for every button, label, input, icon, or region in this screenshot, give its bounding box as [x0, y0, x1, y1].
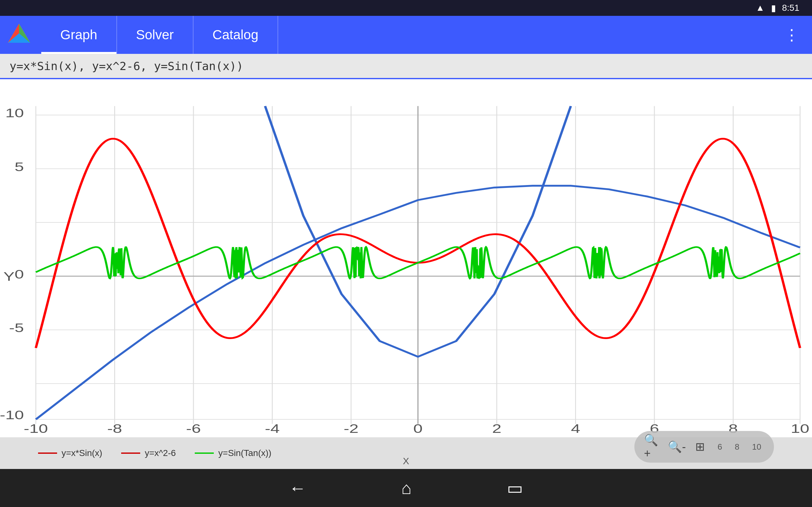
legend-line-red	[38, 452, 57, 454]
svg-text:-5: -5	[9, 321, 24, 335]
graph-container[interactable]: 10 5 0 -5 -10 Y -10 -8 -6 -4 -2 0 2 4 6 …	[0, 79, 812, 437]
x-axis-label: X	[403, 456, 409, 466]
svg-text:-2: -2	[344, 421, 358, 435]
zoom-in-button[interactable]: 🔍+	[644, 434, 658, 460]
time-display: 8:51	[782, 3, 800, 13]
svg-text:-10: -10	[24, 421, 48, 435]
svg-text:0: 0	[413, 421, 422, 435]
tab-graph[interactable]: Graph	[41, 16, 117, 54]
legend-line-red2	[121, 452, 140, 454]
legend-label-3: y=Sin(Tan(x))	[218, 448, 271, 458]
app-logo	[6, 22, 32, 48]
wifi-icon: ▲	[756, 3, 765, 13]
menu-button[interactable]: ⋮	[778, 26, 806, 44]
legend-line-green	[195, 452, 214, 454]
svg-text:0: 0	[14, 267, 24, 281]
svg-text:-6: -6	[186, 421, 201, 435]
svg-text:-10: -10	[0, 408, 24, 422]
legend-item-1: y=x*Sin(x)	[38, 448, 102, 458]
tab-solver[interactable]: Solver	[117, 16, 194, 54]
svg-text:10: 10	[791, 421, 809, 435]
svg-text:2: 2	[492, 421, 501, 435]
header: Graph Solver Catalog ⋮	[0, 16, 812, 54]
home-button[interactable]: ⌂	[401, 478, 412, 498]
svg-text:-8: -8	[107, 421, 122, 435]
zoom-out-button[interactable]: 🔍-	[668, 440, 686, 453]
graph-canvas: 10 5 0 -5 -10 Y -10 -8 -6 -4 -2 0 2 4 6 …	[0, 79, 812, 437]
legend-label-2: y=x^2-6	[145, 448, 176, 458]
legend-label-1: y=x*Sin(x)	[61, 448, 102, 458]
battery-icon: ▮	[771, 3, 776, 13]
tab-catalog[interactable]: Catalog	[194, 16, 278, 54]
formula-input[interactable]	[9, 60, 803, 72]
zoom-val-6: 6	[717, 442, 722, 452]
zoom-fit-button[interactable]: ⊞	[695, 440, 705, 453]
svg-text:5: 5	[14, 160, 24, 174]
formula-bar[interactable]	[0, 54, 812, 79]
svg-text:Y: Y	[3, 269, 14, 283]
legend-item-3: y=Sin(Tan(x))	[195, 448, 271, 458]
nav-bar: ← ⌂ ▭	[0, 469, 812, 507]
zoom-val-10: 10	[752, 442, 761, 452]
recent-button[interactable]: ▭	[507, 478, 523, 498]
svg-text:-4: -4	[265, 421, 280, 435]
back-button[interactable]: ←	[289, 478, 306, 498]
tab-container: Graph Solver Catalog	[41, 16, 778, 54]
status-bar: ▲ ▮ 8:51	[0, 0, 812, 16]
svg-text:10: 10	[5, 106, 24, 120]
zoom-val-8: 8	[735, 442, 740, 452]
legend-item-2: y=x^2-6	[121, 448, 176, 458]
zoom-control[interactable]: 🔍+ 🔍- ⊞ 6 8 10	[635, 431, 774, 463]
svg-text:4: 4	[571, 421, 580, 435]
